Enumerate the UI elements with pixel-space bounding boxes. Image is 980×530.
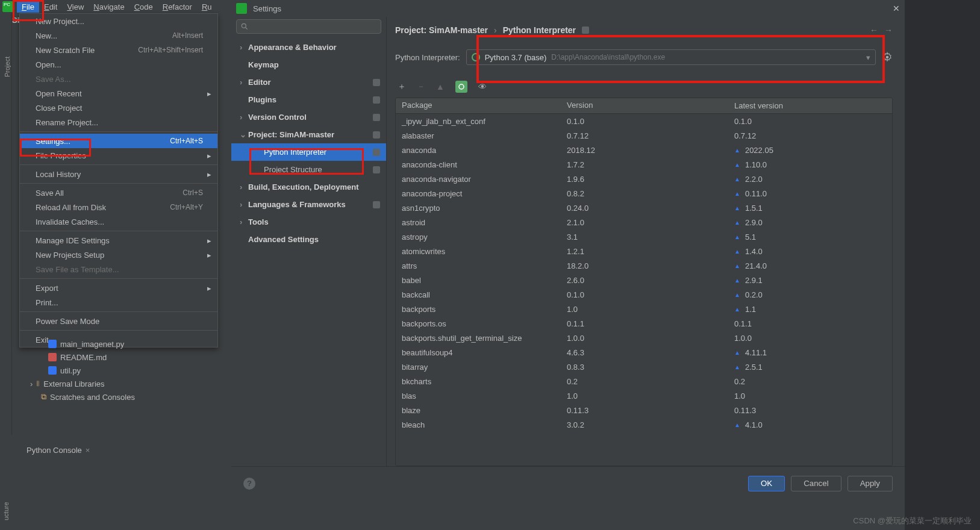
file-menu-item[interactable]: New Scratch FileCtrl+Alt+Shift+Insert: [20, 43, 217, 57]
menu-edit[interactable]: Edit: [39, 1, 62, 13]
file-menu-item[interactable]: Open...: [20, 57, 217, 72]
table-row[interactable]: anaconda-project0.8.2▲0.11.0: [396, 186, 892, 201]
settings-nav-item[interactable]: ›Appearance & Behavior: [231, 39, 386, 56]
project-tree-file[interactable]: main_imagenet.py: [12, 337, 217, 351]
menu-file[interactable]: File: [17, 1, 39, 13]
svg-point-3: [459, 84, 464, 89]
file-menu-item[interactable]: Invalidate Caches...: [20, 214, 217, 229]
print-icon: [23, 298, 32, 307]
table-row[interactable]: blaze0.11.30.11.3: [396, 403, 892, 417]
settings-nav-item[interactable]: ›Tools: [231, 213, 386, 231]
file-menu-item[interactable]: Rename Project...: [20, 115, 217, 129]
external-libraries[interactable]: › ⫴ External Libraries: [12, 377, 217, 390]
close-icon[interactable]: ✕: [893, 4, 900, 13]
table-row[interactable]: attrs18.2.0▲21.4.0: [396, 258, 892, 273]
close-icon[interactable]: ×: [86, 446, 90, 455]
table-row[interactable]: astroid2.1.0▲2.9.0: [396, 215, 892, 229]
interpreter-dropdown[interactable]: Python 3.7 (base) D:\app\Anaconda\instal…: [466, 49, 876, 65]
table-row[interactable]: blas1.01.0: [396, 388, 892, 403]
settings-nav-item[interactable]: ›Editor: [231, 73, 386, 91]
table-row[interactable]: alabaster0.7.120.7.12: [396, 128, 892, 143]
table-row[interactable]: asn1crypto0.24.0▲1.5.1: [396, 201, 892, 215]
file-menu-item[interactable]: Save AllCtrl+S: [20, 186, 217, 200]
file-menu-item[interactable]: File Properties▸: [20, 148, 217, 163]
col-version[interactable]: Version: [561, 98, 728, 113]
settings-nav-item[interactable]: Plugins: [231, 91, 386, 108]
file-menu-item[interactable]: Export▸: [20, 281, 217, 295]
file-menu-item[interactable]: Power Save Mode: [20, 314, 217, 328]
table-row[interactable]: babel2.6.0▲2.9.1: [396, 273, 892, 287]
col-package[interactable]: Package: [396, 98, 561, 113]
menu-code[interactable]: Code: [130, 1, 158, 13]
settings-nav-item[interactable]: Advanced Settings: [231, 231, 386, 248]
project-tree-file[interactable]: util.py: [12, 364, 217, 377]
table-row[interactable]: bkcharts0.20.2: [396, 374, 892, 388]
table-row[interactable]: backports.os0.1.10.1.1: [396, 316, 892, 331]
table-row[interactable]: beautifulsoup44.6.3▲4.11.1: [396, 345, 892, 360]
help-button[interactable]: ?: [243, 478, 255, 490]
settings-nav-item[interactable]: Python Interpreter: [231, 143, 386, 161]
file-menu-item[interactable]: Manage IDE Settings▸: [20, 233, 217, 248]
table-row[interactable]: backports1.0▲1.1: [396, 302, 892, 316]
settings-search-input[interactable]: [236, 19, 381, 34]
table-row[interactable]: _ipyw_jlab_nb_ext_conf0.1.00.1.0: [396, 114, 892, 128]
settings-nav-item[interactable]: ›Build, Execution, Deployment: [231, 178, 386, 196]
settings-nav-item[interactable]: ⌄Project: SimAM-master: [231, 126, 386, 143]
upgrade-available-icon: ▲: [734, 248, 740, 255]
file-menu-item[interactable]: Reload All from DiskCtrl+Alt+Y: [20, 200, 217, 214]
settings-nav-item[interactable]: Project Structure: [231, 161, 386, 178]
settings-nav-item[interactable]: ›Version Control: [231, 108, 386, 126]
python-console-tab[interactable]: Python Console ×: [12, 442, 90, 458]
ok-button[interactable]: OK: [748, 476, 785, 491]
file-menu-item[interactable]: Settings...Ctrl+Alt+S: [20, 134, 217, 148]
settings-nav-item[interactable]: Keymap: [231, 56, 386, 73]
file-menu-item[interactable]: Local History▸: [20, 167, 217, 181]
file-menu-item[interactable]: Close Project: [20, 101, 217, 115]
table-row[interactable]: bitarray0.8.3▲2.5.1: [396, 360, 892, 374]
structure-tool-button[interactable]: ucture: [0, 458, 12, 530]
settings-footer: ? OK Cancel Apply: [231, 466, 905, 500]
menu-ru[interactable]: Ru: [197, 1, 217, 13]
file-menu-item[interactable]: New Projects Setup▸: [20, 248, 217, 262]
table-row[interactable]: backports.shutil_get_terminal_size1.0.01…: [396, 331, 892, 345]
table-row[interactable]: atomicwrites1.2.1▲1.4.0: [396, 244, 892, 258]
table-row[interactable]: bleach3.0.2▲4.1.0: [396, 417, 892, 432]
table-row[interactable]: astropy3.1▲5.1: [396, 229, 892, 244]
file-menu-item[interactable]: Open Recent▸: [20, 86, 217, 101]
python-console-label: Python Console: [27, 446, 82, 455]
table-row[interactable]: anaconda2018.12▲2022.05: [396, 143, 892, 157]
file-menu-dropdown: New Project...New...Alt+InsertNew Scratc…: [19, 13, 218, 348]
file-menu-item[interactable]: New Project...: [20, 14, 217, 28]
nav-forward-icon[interactable]: →: [884, 25, 893, 35]
file-menu-item[interactable]: Print...: [20, 295, 217, 310]
gear-icon: [23, 137, 32, 145]
gear-icon[interactable]: [882, 52, 893, 63]
conda-manager-button[interactable]: [455, 81, 467, 93]
upgrade-available-icon: ▲: [734, 176, 740, 182]
upgrade-available-icon: ▲: [734, 277, 740, 284]
remove-package-button: －: [417, 81, 425, 92]
menu-refactor[interactable]: Refactor: [158, 1, 197, 13]
table-row[interactable]: anaconda-navigator1.9.6▲2.2.0: [396, 172, 892, 186]
upgrade-available-icon: ▲: [734, 306, 740, 313]
project-tree-file[interactable]: README.md: [12, 351, 217, 364]
menu-navigate[interactable]: Navigate: [89, 1, 129, 13]
settings-nav-item[interactable]: ›Languages & Frameworks: [231, 196, 386, 213]
table-row[interactable]: backcall0.1.0▲0.2.0: [396, 287, 892, 302]
col-latest[interactable]: Latest version: [728, 98, 892, 113]
breadcrumb-root[interactable]: Project: SimAM-master: [395, 25, 488, 35]
apply-button[interactable]: Apply: [847, 476, 893, 491]
scratches-and-consoles[interactable]: ⧉ Scratches and Consoles: [12, 390, 217, 404]
project-tool-button[interactable]: Project: [0, 13, 12, 435]
menu-view[interactable]: View: [62, 1, 89, 13]
table-row[interactable]: anaconda-client1.7.2▲1.10.0: [396, 157, 892, 172]
nav-back-icon[interactable]: ←: [870, 25, 878, 35]
upgrade-available-icon: ▲: [734, 422, 740, 428]
settings-title: Settings: [253, 4, 281, 13]
add-package-button[interactable]: ＋: [398, 81, 406, 92]
upgrade-available-icon: ▲: [734, 234, 740, 240]
file-menu-item[interactable]: New...Alt+Insert: [20, 28, 217, 43]
cancel-button[interactable]: Cancel: [791, 476, 841, 491]
project-label: Project: [4, 41, 11, 77]
show-early-releases-button[interactable]: 👁: [478, 82, 487, 92]
